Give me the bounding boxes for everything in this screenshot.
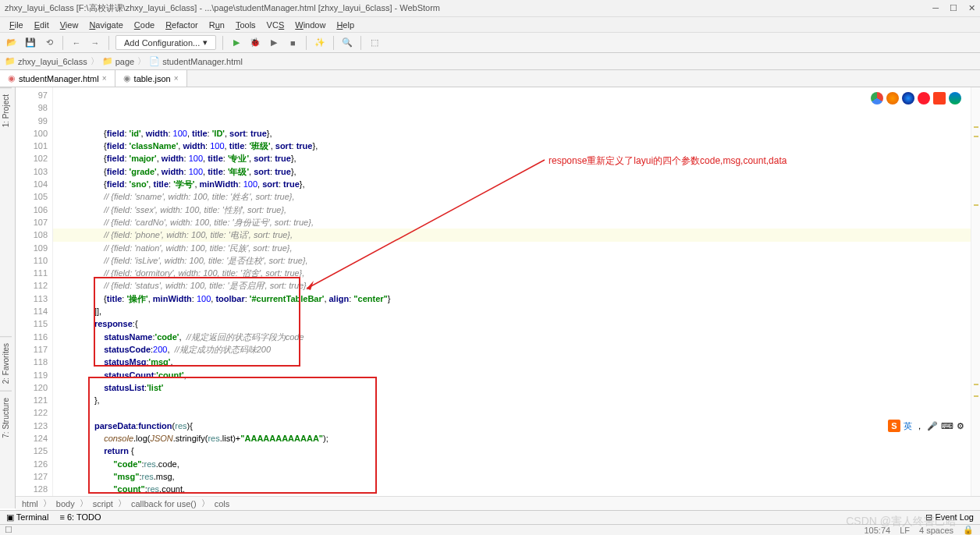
separator [222, 36, 223, 50]
forward-icon[interactable]: → [88, 36, 102, 50]
toolbar: 📂 💾 ⟲ ← → Add Configuration... ▾ ▶ 🐞 ▶ ■… [0, 33, 980, 53]
coverage-icon[interactable]: ▶ [267, 36, 281, 50]
favorites-tool[interactable]: 2: Favorites [0, 336, 12, 390]
crumb[interactable]: html [22, 499, 38, 508]
html-file-icon: ◉ [8, 73, 16, 83]
ime-mic-icon[interactable]: 🎤 [927, 421, 938, 431]
close-tab-icon[interactable]: × [102, 74, 107, 83]
add-configuration-button[interactable]: Add Configuration... ▾ [115, 35, 216, 50]
code-breadcrumb: html〉 body〉 script〉 callback for use()〉 … [16, 496, 980, 510]
structure-tool[interactable]: 7: Structure [0, 391, 12, 445]
stop-icon[interactable]: ■ [286, 36, 300, 50]
line-gutter: 9798991001011021031041051061071081091101… [16, 87, 53, 504]
code-content[interactable]: {field: 'id', width: 100, title: 'ID', s… [53, 87, 980, 504]
close-tab-icon[interactable]: × [174, 74, 179, 83]
chevron-right-icon: 〉 [91, 55, 99, 67]
close-icon[interactable]: ✕ [968, 3, 975, 13]
structure-icon[interactable]: ⬚ [368, 36, 382, 50]
maximize-icon[interactable]: ☐ [950, 3, 957, 13]
ime-comma-icon[interactable]: ， [915, 420, 924, 432]
separator [108, 36, 109, 50]
separator [333, 36, 334, 50]
run-icon[interactable]: ▶ [229, 36, 243, 50]
chrome-icon[interactable] [871, 92, 883, 105]
menu-run[interactable]: Run [204, 19, 229, 31]
separator [306, 36, 307, 50]
yandex-icon[interactable] [933, 92, 946, 105]
save-icon[interactable]: 💾 [23, 36, 37, 50]
nav-file[interactable]: 📄 studentManager.html [149, 56, 243, 66]
ime-settings-icon[interactable]: ⚙ [957, 421, 964, 431]
crumb[interactable]: cols [215, 499, 230, 508]
bottom-toolbar: ▣ Terminal ≡ 6: TODO ⊟ Event Log [0, 510, 980, 524]
opera-icon[interactable] [918, 92, 930, 105]
tab-tablejson[interactable]: ◉ table.json × [115, 70, 187, 87]
menubar: File Edit View Navigate Code Refactor Ru… [0, 17, 980, 33]
crumb[interactable]: callback for use() [131, 499, 197, 508]
separator [360, 36, 361, 50]
menu-edit[interactable]: Edit [30, 19, 54, 31]
crumb[interactable]: body [56, 499, 75, 508]
error-strip[interactable] [971, 87, 980, 504]
menu-vcs[interactable]: VCS [262, 19, 289, 31]
annotation-text: response重新定义了layui的四个参数code,msg,count,da… [549, 154, 786, 167]
ime-keyboard-icon[interactable]: ⌨ [941, 421, 953, 431]
lock-icon[interactable]: 🔒 [963, 525, 974, 535]
nav-root[interactable]: 📁 zhxy_layui_6class [5, 56, 87, 66]
edge-icon[interactable] [949, 92, 961, 105]
ime-lang[interactable]: 英 [904, 420, 912, 432]
nav-folder[interactable]: 📁 page [102, 56, 134, 66]
open-icon[interactable]: 📂 [5, 36, 19, 50]
nav-breadcrumb: 📁 zhxy_layui_6class 〉 📁 page 〉 📄 student… [0, 53, 980, 70]
window-title: zhxy_layui_6class [F:\高校讲课\zhxy_layui_6c… [5, 2, 440, 14]
json-file-icon: ◉ [123, 73, 131, 83]
tab-studentmanager[interactable]: ◉ studentManager.html × [0, 70, 115, 87]
search-icon[interactable]: 🔍 [340, 36, 354, 50]
project-tool[interactable]: 1: Project [0, 87, 12, 133]
ime-panel[interactable]: S 英 ， 🎤 ⌨ ⚙ [886, 418, 966, 434]
menu-view[interactable]: View [55, 19, 83, 31]
code-editor[interactable]: 9798991001011021031041051061071081091101… [16, 87, 980, 504]
menu-tools[interactable]: Tools [231, 19, 261, 31]
crumb[interactable]: script [93, 499, 113, 508]
safari-icon[interactable] [902, 92, 914, 105]
menu-code[interactable]: Code [130, 19, 159, 31]
wand-icon[interactable]: ✨ [313, 36, 327, 50]
firefox-icon[interactable] [886, 92, 899, 105]
status-icon[interactable]: ☐ [5, 525, 12, 535]
sogou-icon[interactable]: S [888, 420, 900, 432]
menu-window[interactable]: Window [290, 19, 330, 31]
debug-icon[interactable]: 🐞 [248, 36, 262, 50]
window-controls: ─ ☐ ✕ [932, 3, 975, 13]
chevron-right-icon: 〉 [137, 55, 146, 67]
menu-help[interactable]: Help [332, 19, 359, 31]
watermark: CSDN @害人终害己哈 [846, 515, 957, 529]
titlebar: zhxy_layui_6class [F:\高校讲课\zhxy_layui_6c… [0, 0, 980, 17]
menu-navigate[interactable]: Navigate [84, 19, 127, 31]
todo-tool[interactable]: ≡ 6: TODO [59, 512, 101, 523]
minimize-icon[interactable]: ─ [932, 3, 939, 13]
editor-tabs: ◉ studentManager.html × ◉ table.json × [0, 70, 980, 87]
statusbar: ☐ 105:74 LF 4 spaces 🔒 [0, 524, 980, 535]
left-tool-strip: 1: Project 2: Favorites 7: Structure [0, 87, 16, 508]
refresh-icon[interactable]: ⟲ [42, 36, 56, 50]
separator [62, 36, 63, 50]
menu-refactor[interactable]: Refactor [161, 19, 203, 31]
menu-file[interactable]: File [5, 19, 28, 31]
terminal-tool[interactable]: ▣ Terminal [6, 512, 48, 523]
browser-icons [871, 92, 961, 105]
back-icon[interactable]: ← [69, 36, 83, 50]
